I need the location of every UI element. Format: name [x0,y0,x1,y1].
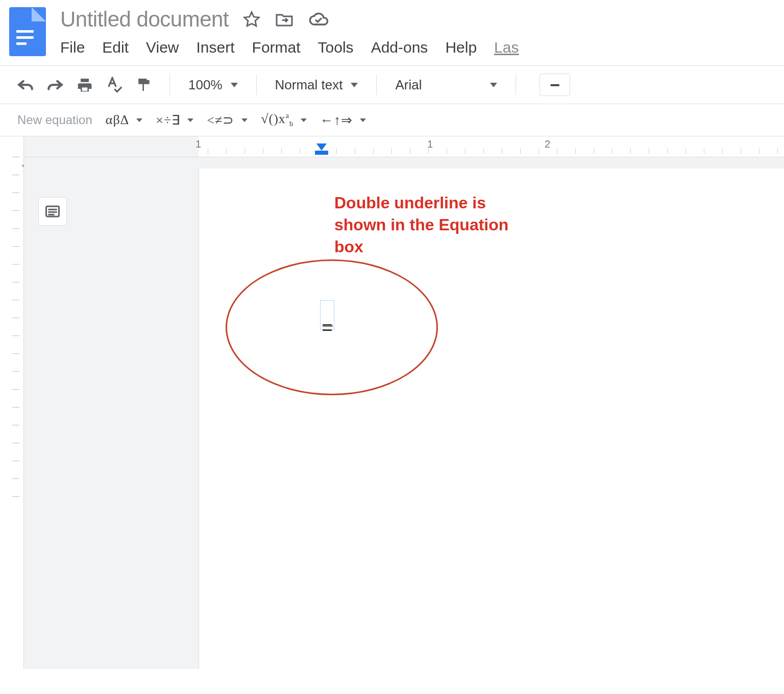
toolbar-separator [256,75,257,95]
header: Untitled document File Edi [0,0,784,56]
annotation-text: Double underline is shown in the Equatio… [334,192,508,258]
cloud-status-icon[interactable] [308,12,329,27]
right-area: 1 1 2 Double underline is shown in the E… [24,136,784,669]
v-ruler-ticks [12,157,21,514]
document-outline-button[interactable] [38,197,67,226]
vertical-ruler[interactable]: 1 [0,136,24,669]
chevron-down-icon [301,118,307,122]
ruler-mark-right-1: 1 [427,138,433,150]
svg-rect-2 [138,79,146,83]
chevron-down-icon [136,118,142,122]
menu-file[interactable]: File [60,39,85,56]
greek-letters-dropdown[interactable]: αβΔ [106,112,143,128]
star-icon[interactable] [243,11,260,28]
equation-toolbar: New equation αβΔ ×÷∃ <≠⊃ √()xab ←↑⇒ [0,104,784,136]
paragraph-style-select[interactable]: Normal text [270,77,363,93]
equation-box[interactable] [320,300,334,330]
font-value: Arial [395,77,422,93]
misc-math-dropdown[interactable]: √()xab [261,111,307,128]
arrows-dropdown[interactable]: ←↑⇒ [320,112,366,128]
page-background: Double underline is shown in the Equatio… [24,157,784,669]
toolbar-separator [169,75,170,95]
menu-tools[interactable]: Tools [318,39,354,56]
chevron-down-icon [351,83,358,87]
docs-logo-icon[interactable] [9,7,46,56]
menu-insert[interactable]: Insert [197,39,235,56]
undo-button[interactable] [13,74,38,96]
arrow-symbols: ←↑⇒ [320,112,353,128]
zoom-value: 100% [188,77,223,93]
chevron-down-icon [241,118,248,122]
menu-edit[interactable]: Edit [102,39,129,56]
misc-symbols: √()xab [261,111,293,128]
left-indent-marker[interactable] [315,151,328,155]
main-toolbar: 100% Normal text Arial − [0,65,784,104]
horizontal-ruler[interactable]: 1 1 2 [24,136,784,157]
chevron-down-icon [360,118,366,122]
title-row: Untitled document [60,7,775,32]
menubar: File Edit View Insert Format Tools Add-o… [60,39,775,56]
new-equation-button[interactable]: New equation [17,113,92,127]
svg-marker-0 [244,12,259,26]
chevron-down-icon [187,118,193,122]
chevron-down-icon [490,83,497,87]
ruler-mark-left-1: 1 [195,138,201,150]
menu-last-edit[interactable]: Las [494,39,519,56]
zoom-select[interactable]: 100% [183,77,243,93]
double-underline-icon [323,324,332,331]
decrease-font-size-button[interactable]: − [540,74,570,96]
menu-format[interactable]: Format [252,39,301,56]
document-title[interactable]: Untitled document [60,7,229,32]
first-line-indent-marker[interactable] [316,143,327,151]
title-area: Untitled document File Edi [60,7,775,56]
menu-view[interactable]: View [146,39,179,56]
minus-icon: − [550,75,560,95]
editor-canvas: 1 1 1 2 Double underline is [0,136,784,669]
redo-button[interactable] [43,74,67,96]
ops-symbols: ×÷∃ [156,112,180,128]
style-value: Normal text [275,77,343,93]
menu-addons[interactable]: Add-ons [371,39,428,56]
math-operators-dropdown[interactable]: ×÷∃ [156,112,193,128]
svg-rect-1 [82,87,88,91]
chevron-down-icon [231,83,238,87]
ruler-mark-right-2: 2 [545,138,550,150]
toolbar-separator [516,75,516,95]
spellcheck-button[interactable] [102,74,127,96]
toolbar-separator [376,75,377,95]
paint-format-button[interactable] [132,74,156,96]
greek-symbols: αβΔ [106,112,130,128]
print-button[interactable] [72,74,97,96]
move-to-folder-icon[interactable] [275,12,294,27]
rel-symbols: <≠⊃ [207,112,234,128]
menu-help[interactable]: Help [445,39,477,56]
relations-dropdown[interactable]: <≠⊃ [207,112,248,128]
font-select[interactable]: Arial [390,77,502,93]
